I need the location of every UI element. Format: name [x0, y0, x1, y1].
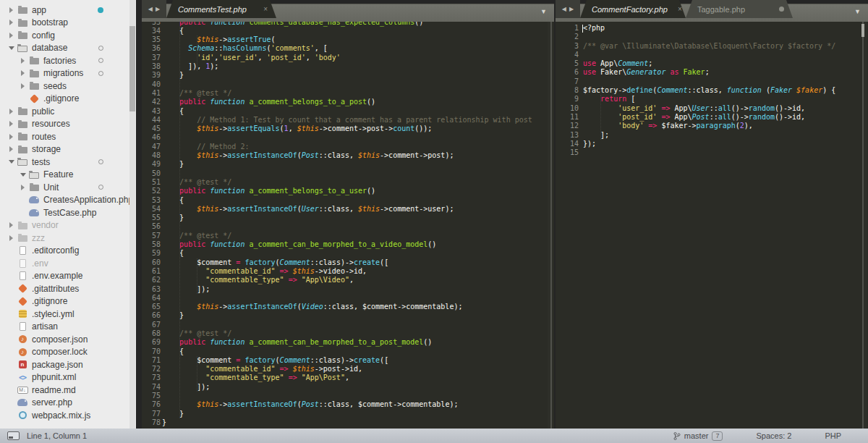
- tree-item-webpack-mix-js[interactable]: webpack.mix.js: [0, 409, 129, 422]
- tab-overflow-icon[interactable]: ▼: [854, 9, 861, 15]
- tree-item-styleci-yml[interactable]: .styleci.yml: [0, 308, 129, 321]
- sidebar-scrollbar-thumb[interactable]: [129, 26, 135, 111]
- tree-item-seeds[interactable]: seeds: [0, 80, 129, 93]
- expand-arrow-icon[interactable]: [21, 83, 25, 89]
- expand-arrow-icon[interactable]: [9, 134, 13, 140]
- open-file-dot: [98, 7, 103, 13]
- tree-item-composer-lock[interactable]: composer.lock: [0, 346, 129, 359]
- expand-arrow-icon[interactable]: [21, 70, 25, 76]
- expand-arrow-icon[interactable]: [9, 33, 13, 38]
- indentation-setting[interactable]: Spaces: 2: [756, 431, 791, 440]
- tree-item-server-php[interactable]: server.php: [0, 397, 129, 410]
- line-number: 39: [142, 71, 161, 80]
- code-line: {: [162, 107, 532, 116]
- syntax-selector[interactable]: PHP: [825, 431, 841, 440]
- tree-item-readme-md[interactable]: readme.md: [0, 384, 129, 397]
- yml-icon: [19, 310, 27, 318]
- tree-item-label: zzz: [32, 233, 45, 243]
- collapse-arrow-icon[interactable]: [9, 160, 14, 164]
- prev-tab-icon[interactable]: ◀: [562, 7, 566, 12]
- php-icon: [17, 399, 27, 406]
- icon-box: [28, 81, 40, 91]
- line-number: 34: [142, 27, 161, 35]
- prev-tab-icon[interactable]: ◀: [148, 7, 153, 12]
- folder-icon: [30, 58, 39, 64]
- line-number: 48: [142, 151, 161, 160]
- tree-item-factories[interactable]: factories: [0, 54, 129, 67]
- tree-item-createsapplication-php[interactable]: CreatesApplication.php: [0, 194, 129, 207]
- tree-item-public[interactable]: public: [0, 105, 129, 118]
- expand-arrow-icon[interactable]: [21, 58, 25, 64]
- tab-overflow-icon[interactable]: ▼: [540, 9, 547, 15]
- open-descendant-circle: [98, 58, 103, 63]
- tree-item-gitattributes[interactable]: .gitattributes: [0, 282, 129, 295]
- expand-arrow-icon[interactable]: [9, 7, 13, 13]
- git-branch-status[interactable]: master 7: [673, 431, 723, 441]
- tree-item-phpunit-xml[interactable]: phpunit.xml: [0, 371, 129, 384]
- tree-item-testcase-php[interactable]: TestCase.php: [0, 206, 129, 219]
- tree-item-database[interactable]: database: [0, 42, 129, 55]
- tree-item-label: TestCase.php: [43, 208, 96, 218]
- tree-item-feature[interactable]: Feature: [0, 169, 129, 182]
- indent-guide: [197, 258, 197, 294]
- collapse-arrow-icon[interactable]: [9, 46, 14, 50]
- tree-item-zzz[interactable]: zzz: [0, 232, 129, 245]
- next-tab-icon[interactable]: ▶: [156, 7, 160, 12]
- icon-box: [17, 132, 28, 142]
- tab-commentstest-php[interactable]: CommentsTest.php×: [166, 0, 276, 18]
- line-number: 51: [142, 178, 161, 187]
- tab-commentfactory-php[interactable]: CommentFactory.php×: [580, 0, 686, 18]
- expand-arrow-icon[interactable]: [9, 235, 13, 241]
- tree-item-gitignore[interactable]: .gitignore: [0, 295, 129, 308]
- sidebar-scrollbar[interactable]: [129, 0, 135, 429]
- console-panel-icon[interactable]: [7, 431, 20, 440]
- arrow-box: [7, 7, 16, 13]
- editor-scrollbar-thumb-right[interactable]: [862, 22, 864, 429]
- tree-item-composer-json[interactable]: composer.json: [0, 333, 129, 346]
- icon-box: [17, 106, 28, 117]
- expand-arrow-icon[interactable]: [9, 109, 13, 114]
- arrow-box: [7, 235, 16, 241]
- tree-item-unit[interactable]: Unit: [0, 181, 129, 194]
- tree-item-tests[interactable]: tests: [0, 156, 129, 169]
- expand-arrow-icon[interactable]: [9, 146, 13, 152]
- editor-scrollbar-thumb-left[interactable]: [550, 22, 552, 429]
- line-number: 76: [142, 400, 161, 409]
- close-icon[interactable]: ×: [253, 5, 268, 13]
- folder-icon: [18, 122, 27, 128]
- tree-item-gitignore[interactable]: .gitignore: [0, 93, 129, 106]
- close-icon[interactable]: ×: [668, 5, 682, 13]
- collapse-arrow-icon[interactable]: [20, 173, 26, 177]
- tab-label: CommentFactory.php: [592, 5, 668, 14]
- icon-box: [17, 43, 28, 53]
- tree-item-app[interactable]: app: [0, 4, 129, 17]
- tree-item-package-json[interactable]: package.json: [0, 358, 129, 371]
- tree-item-vendor[interactable]: vendor: [0, 219, 129, 232]
- expand-arrow-icon[interactable]: [9, 222, 13, 228]
- tree-item-artisan[interactable]: artisan: [0, 321, 129, 334]
- tab-taggable-php[interactable]: Taggable.php: [686, 0, 793, 18]
- icon-box: [28, 56, 40, 66]
- editor-scrollbar-puck[interactable]: [861, 24, 864, 37]
- line-number: 55: [142, 214, 161, 222]
- tree-item-config[interactable]: config: [0, 29, 129, 42]
- tree-item-env-example[interactable]: .env.example: [0, 270, 129, 283]
- tree-item-migrations[interactable]: migrations: [0, 67, 129, 80]
- tree-item-resources[interactable]: resources: [0, 118, 129, 131]
- code-line: $comment = factory(Comment::class)->crea…: [162, 356, 532, 365]
- expand-arrow-icon[interactable]: [9, 121, 13, 127]
- tree-item-storage[interactable]: storage: [0, 143, 129, 156]
- code-line: [162, 169, 532, 178]
- line-number: 35: [142, 35, 161, 44]
- php-icon: [29, 196, 39, 203]
- next-tab-icon[interactable]: ▶: [569, 7, 574, 12]
- expand-arrow-icon[interactable]: [21, 185, 25, 190]
- tab-label: Taggable.php: [697, 5, 745, 14]
- tree-item-routes[interactable]: routes: [0, 130, 129, 143]
- line-number: 9: [556, 95, 579, 104]
- tree-item-bootstrap[interactable]: bootstrap: [0, 17, 129, 30]
- expand-arrow-icon[interactable]: [9, 20, 13, 25]
- tree-item-env[interactable]: .env: [0, 257, 129, 270]
- sidebar: appbootstrapconfigdatabasefactoriesmigra…: [0, 0, 136, 429]
- tree-item-editorconfig[interactable]: .editorconfig: [0, 245, 129, 258]
